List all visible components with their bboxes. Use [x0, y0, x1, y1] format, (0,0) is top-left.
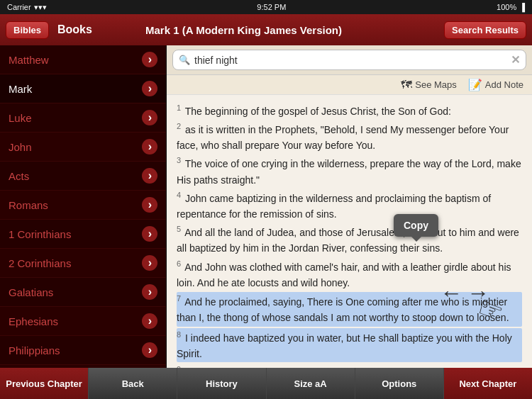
carrier-text: Carrier	[7, 3, 31, 11]
sidebar-item-label-acts: Acts	[9, 170, 29, 182]
verse-num-8: 8	[177, 330, 181, 339]
sidebar-item-label-john: John	[9, 141, 32, 153]
verse-num-9: 9	[177, 365, 181, 368]
verse-text-2: as it is written in the Prophets, "Behol…	[177, 124, 509, 151]
verse-num-5: 5	[177, 225, 181, 233]
sidebar-item-luke[interactable]: Luke	[0, 103, 166, 133]
status-right: 100% ▐	[497, 3, 525, 11]
chevron-icon-2corinthians	[142, 255, 157, 271]
verse-text-8: I indeed have baptized you in water, but…	[177, 332, 512, 359]
main-title: Mark 1 (A Modern King James Version)	[43, 24, 444, 36]
verse-8: 8 I indeed have baptized you in water, b…	[177, 328, 522, 362]
verse-4: 4 John came baptizing in the wilderness …	[177, 189, 522, 222]
sidebar-item-galatians[interactable]: Galatians	[0, 278, 166, 307]
battery-text: 100%	[497, 3, 516, 11]
status-time: 9:52 PM	[257, 3, 286, 11]
verse-2: 2 as it is written in the Prophets, "Beh…	[177, 120, 522, 153]
chevron-icon-ephesians	[142, 313, 157, 329]
search-input[interactable]	[194, 55, 506, 66]
sidebar-item-mark[interactable]: Mark	[0, 74, 166, 103]
sidebar-item-philippians[interactable]: Philippians	[0, 336, 166, 365]
sidebar-item-1corinthians[interactable]: 1 Corinthians	[0, 220, 166, 249]
chevron-icon-mark	[142, 81, 157, 96]
next-chapter-button[interactable]: Next Chapter	[444, 368, 532, 399]
size-aa-button[interactable]: Size aA	[267, 368, 355, 399]
add-note-button[interactable]: 📝 Add Note	[468, 78, 523, 91]
verse-text-3: The voice of one crying in the wildernes…	[177, 158, 521, 185]
verse-text-5: And all the land of Judea, and those of …	[177, 227, 519, 254]
wifi-icon: ▾▾▾	[34, 3, 47, 12]
main-layout: MatthewMarkLukeJohnActsRomans1 Corinthia…	[0, 45, 532, 368]
battery-icon: ▐	[519, 3, 525, 11]
sidebar-item-label-mark: Mark	[9, 83, 32, 95]
chevron-icon-luke	[142, 110, 157, 125]
see-maps-button[interactable]: 🗺 See Maps	[401, 79, 457, 91]
bibles-button[interactable]: Bibles	[6, 21, 49, 39]
copy-popup[interactable]: Copy	[394, 214, 438, 237]
bible-text[interactable]: Copy ← → ☞ 1 The beginning of the gospel…	[167, 95, 532, 368]
chevron-icon-romans	[142, 197, 157, 213]
chevron-icon-philippians	[142, 342, 157, 358]
back-button[interactable]: Back	[89, 368, 177, 399]
copy-label: Copy	[404, 220, 428, 231]
sidebar-item-label-1corinthians: 1 Corinthians	[9, 228, 71, 240]
history-button[interactable]: History	[177, 368, 266, 399]
verse-text-1: The beginning of the gospel of Jesus Chr…	[182, 106, 451, 117]
sidebar-item-label-galatians: Galatians	[9, 286, 53, 298]
sidebar-item-romans[interactable]: Romans	[0, 191, 166, 220]
see-maps-label: See Maps	[415, 79, 457, 90]
verse-text-4: John came baptizing in the wilderness an…	[177, 193, 491, 220]
map-icon: 🗺	[401, 79, 412, 91]
sidebar-item-label-philippians: Philippians	[9, 344, 60, 356]
search-bar: 🔍 ✕	[167, 45, 532, 75]
search-input-wrapper: 🔍 ✕	[172, 50, 526, 70]
chevron-icon-1corinthians	[142, 226, 157, 242]
sidebar-item-2corinthians[interactable]: 2 Corinthians	[0, 249, 166, 278]
verse-num-4: 4	[177, 191, 181, 199]
sidebar-item-label-luke: Luke	[9, 112, 32, 124]
sidebar-item-acts[interactable]: Acts	[0, 162, 166, 191]
bottom-bar: Previous Chapter Back History Size aA Op…	[0, 368, 532, 399]
sidebar-item-label-matthew: Matthew	[9, 54, 49, 66]
sidebar-item-matthew[interactable]: Matthew	[0, 45, 166, 74]
verse-num-6: 6	[177, 259, 181, 268]
verse-1: 1 The beginning of the gospel of Jesus C…	[177, 102, 522, 119]
content-area: 🔍 ✕ 🗺 See Maps 📝 Add Note Copy	[167, 45, 532, 368]
verse-num-7: 7	[177, 294, 181, 303]
previous-chapter-button[interactable]: Previous Chapter	[0, 368, 89, 399]
search-results-button[interactable]: Search Results	[444, 21, 526, 39]
nav-bar: Bibles Books Mark 1 (A Modern King James…	[0, 14, 532, 45]
verse-3: 3 The voice of one crying in the wildern…	[177, 154, 522, 187]
verse-num-3: 3	[177, 156, 181, 164]
chevron-icon-matthew	[142, 52, 157, 67]
tools-bar: 🗺 See Maps 📝 Add Note	[167, 75, 532, 95]
arrow-left-icon: ←	[440, 275, 462, 311]
verse-9: 9 And it happened in those days that Jes…	[177, 364, 522, 368]
sidebar-item-john[interactable]: John	[0, 133, 166, 162]
sidebar-item-ephesians[interactable]: Ephesians	[0, 307, 166, 336]
verse-num-2: 2	[177, 122, 181, 130]
sidebar-item-label-romans: Romans	[9, 199, 48, 211]
add-note-label: Add Note	[485, 79, 523, 90]
sidebar: MatthewMarkLukeJohnActsRomans1 Corinthia…	[0, 45, 167, 368]
verse-5: 5 And all the land of Judea, and those o…	[177, 223, 522, 256]
status-bar: Carrier ▾▾▾ 9:52 PM 100% ▐	[0, 0, 532, 14]
chevron-icon-john	[142, 139, 157, 154]
sidebar-item-label-2corinthians: 2 Corinthians	[9, 257, 71, 269]
note-icon: 📝	[468, 78, 482, 91]
options-button[interactable]: Options	[355, 368, 444, 399]
status-left: Carrier ▾▾▾	[7, 3, 47, 12]
search-clear-icon[interactable]: ✕	[511, 53, 520, 67]
verse-num-1: 1	[177, 103, 181, 112]
search-icon: 🔍	[179, 55, 190, 65]
chevron-icon-acts	[142, 168, 157, 184]
sidebar-item-label-ephesians: Ephesians	[9, 315, 58, 327]
verse-text-9: And it happened in those days that Jesus…	[177, 367, 504, 368]
chevron-icon-galatians	[142, 284, 157, 300]
